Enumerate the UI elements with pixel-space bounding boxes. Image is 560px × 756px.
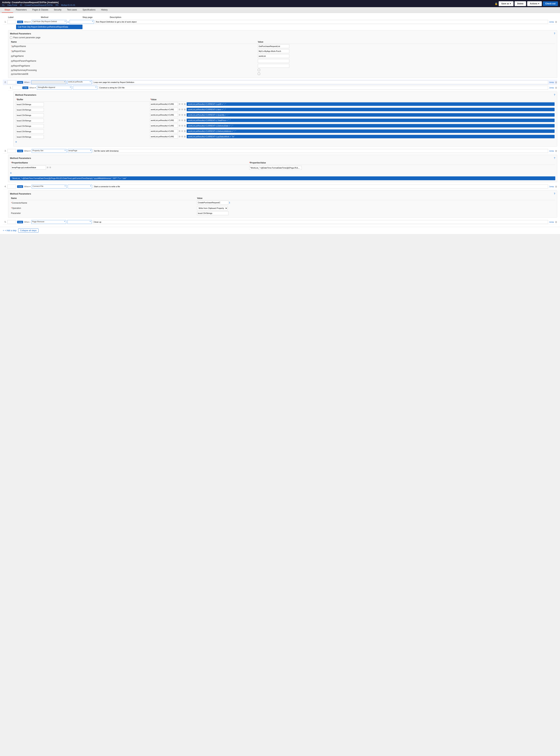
buffer-input[interactable] [16, 108, 44, 112]
gear-icon[interactable]: ⚙ [181, 125, 183, 127]
delete-button[interactable]: Delete [515, 1, 526, 6]
collapse-steps-button[interactable]: Collapse all steps [18, 228, 38, 233]
step-2-1-label-input[interactable] [13, 86, 21, 89]
step-3-help-icon[interactable]: ? [554, 156, 555, 160]
settings-icon[interactable]: ⚙ [47, 166, 48, 169]
id-value[interactable]: CreatePurchaseRequestCSVFile [25, 4, 53, 6]
param-value-input[interactable] [258, 59, 289, 63]
trash-icon[interactable]: 🗑 [184, 130, 186, 132]
step-5-page-box[interactable] [67, 220, 92, 224]
step-2-label-input[interactable] [7, 80, 16, 84]
step-3-desc[interactable] [93, 149, 548, 153]
tab-history[interactable]: History [98, 7, 110, 13]
buffer-input[interactable] [16, 103, 44, 106]
settings-icon[interactable]: ⚙ [179, 103, 181, 105]
value-input[interactable] [150, 108, 178, 111]
bv-autocomplete-7[interactable]: workList.pxResults(<CURRENT>).pyStatusWo… [187, 135, 555, 138]
trash-icon[interactable]: 🗑 [184, 125, 186, 127]
gear-icon[interactable]: ⚙ [181, 130, 183, 132]
step-3-label-input[interactable] [7, 149, 16, 153]
step-1-autocomplete[interactable]: Call Rule-Obj-Report-Definition.pxRetrie… [16, 25, 82, 29]
bv-autocomplete-3[interactable]: workList.pxResults(<CURRENT>).Quantity +… [187, 113, 555, 117]
step-5-when-tag[interactable]: When › [24, 221, 30, 223]
step-4-page-box[interactable] [68, 185, 92, 188]
trash-icon[interactable]: 🗑 [184, 114, 186, 116]
settings-icon[interactable]: ⚙ [179, 119, 181, 122]
step-2-page-box[interactable]: workList.pxResults [67, 80, 92, 84]
buffer-input[interactable] [16, 113, 44, 117]
param-value-input[interactable] [258, 64, 289, 68]
tab-steps[interactable]: Steps [2, 7, 13, 13]
value-input[interactable] [150, 129, 178, 133]
step-4-label-input[interactable] [7, 185, 16, 188]
bv-autocomplete-4[interactable]: workList.pxResults(<CURRENT>).TotalPrice… [187, 119, 555, 122]
tab-security[interactable]: Security [51, 7, 64, 13]
add-bv-row-button[interactable]: + [15, 140, 555, 145]
value-input[interactable] [150, 113, 178, 117]
step-4-loop-tag[interactable]: Loop [17, 185, 23, 188]
step-2-when-tag[interactable]: When › [24, 81, 30, 83]
trash-icon[interactable]: 🗑 [184, 108, 186, 111]
value-input[interactable] [150, 135, 178, 139]
trash-icon[interactable]: 🗑 [184, 103, 186, 105]
param-value-input[interactable] [258, 49, 289, 53]
step-1-when-tag[interactable]: When ▾ [24, 21, 31, 23]
step-1-page-box[interactable] [69, 20, 94, 24]
props-name-input[interactable] [11, 166, 46, 169]
bv-autocomplete-5[interactable]: workList.pxResults(<CURRENT>).DeliveryDa… [187, 124, 555, 127]
step-2-1-help-icon[interactable]: ? [554, 93, 555, 96]
tab-parameters[interactable]: Parameters [13, 7, 29, 13]
step-1-info-icon[interactable]: ℹ [68, 21, 68, 23]
gear-icon[interactable]: ⚙ [181, 108, 183, 111]
check-out-button[interactable]: Check out [543, 1, 558, 6]
step-3-method-box[interactable]: Property-Set [32, 149, 66, 153]
step-5-desc[interactable] [93, 220, 548, 224]
step-3-page-box[interactable]: tempPage [68, 149, 92, 153]
step-1-desc[interactable] [95, 20, 548, 24]
gear-icon[interactable]: ⚙ [49, 166, 51, 169]
settings-icon[interactable]: ⚙ [179, 130, 181, 132]
tab-test-cases[interactable]: Test cases [64, 7, 80, 13]
save-as-button[interactable]: Save as ▾ [499, 1, 514, 6]
param-value-input[interactable] [258, 54, 289, 58]
step-1-label-input[interactable] [7, 20, 16, 24]
bv-autocomplete-2[interactable]: workList.pxResults(<CURRENT>).Item + ", … [187, 108, 555, 111]
gear-icon[interactable]: ⚙ [181, 103, 183, 105]
step-4-when-tag[interactable]: When ▾ [24, 186, 31, 188]
actions-button[interactable]: Actions ▾ [527, 1, 542, 6]
step-5-jump[interactable]: Jump [549, 221, 554, 223]
step-2-1-delete-icon[interactable]: 🗑 [555, 86, 557, 89]
step-5-delete-icon[interactable]: 🗑 [555, 221, 557, 223]
connector-name-input[interactable] [197, 201, 228, 205]
step-1-pass-current-checkbox[interactable] [10, 37, 12, 39]
add-step-button[interactable]: + + Add a step [3, 228, 16, 233]
use-alt-db-checkbox[interactable] [258, 72, 260, 75]
step-5-method-box[interactable]: Page-Remove [31, 220, 66, 224]
buffer-input[interactable] [16, 130, 44, 133]
step-5-label-input[interactable] [7, 220, 16, 224]
step-1-method-box[interactable]: Call Rule-Obj-Report-Definiti [32, 20, 66, 24]
gear-icon[interactable]: ⚙ [181, 119, 183, 122]
step-4-jump[interactable]: Jump [549, 186, 554, 188]
step-4-method-box[interactable]: Connect-File [32, 185, 66, 188]
step-2-method-box[interactable] [31, 80, 66, 84]
value-input[interactable] [150, 124, 178, 128]
step-1-help-icon[interactable]: ? [554, 32, 555, 35]
props-value-input[interactable] [249, 166, 302, 170]
step-3-delete-icon[interactable]: 🗑 [555, 150, 557, 152]
step-2-1-when-tag[interactable]: When ▾ [29, 87, 36, 89]
step-3-jump[interactable]: Jump [549, 150, 554, 152]
step-3-loop-tag[interactable]: Loop [17, 150, 23, 152]
connector-info-icon[interactable]: ℹ [229, 201, 230, 204]
step-2-loop-tag[interactable]: Loop [17, 81, 23, 84]
settings-icon[interactable]: ⚙ [179, 125, 181, 127]
rs-value[interactable]: MyApp:01-01-01 [61, 4, 75, 6]
step-1-loop-tag[interactable]: Loop [17, 21, 23, 23]
step-5-loop-tag[interactable]: Loop [17, 221, 23, 223]
buffer-input[interactable] [16, 119, 44, 123]
parameter-input[interactable] [197, 211, 228, 215]
trash-icon[interactable]: 🗑 [184, 135, 186, 138]
value-input[interactable] [150, 102, 178, 106]
step-2-1-method-box[interactable]: StringBuffer-Append [37, 86, 72, 89]
step-4-desc[interactable] [93, 185, 548, 188]
